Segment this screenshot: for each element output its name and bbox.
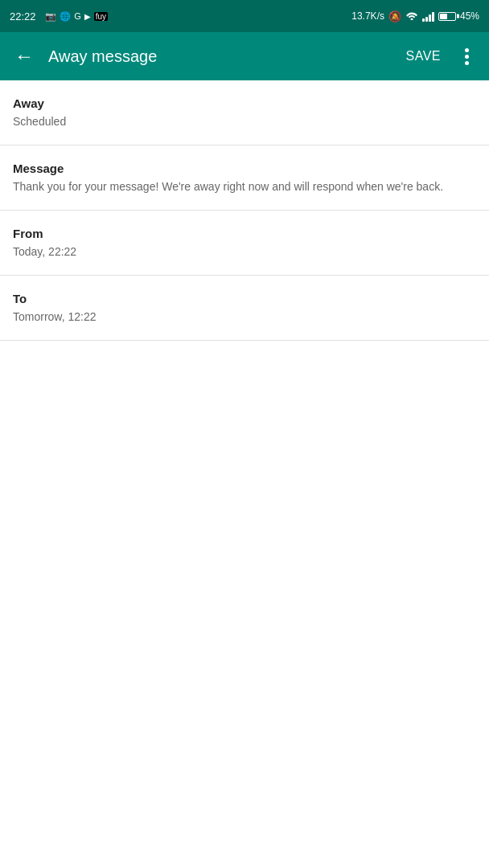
more-options-icon: [465, 48, 469, 65]
signal-icon: [422, 10, 434, 22]
section-away-value: Scheduled: [13, 113, 476, 130]
wifi-icon: [405, 10, 418, 23]
more-options-button[interactable]: [450, 39, 483, 74]
status-bar: 22:22 📷 🌐 G ▶ fuy 13.7K/s 🔕 45%: [0, 0, 489, 32]
mute-icon: 🔕: [388, 10, 401, 23]
section-from-label: From: [13, 227, 476, 240]
app-icon-3: G: [74, 11, 81, 21]
app-icon-2: 🌐: [60, 11, 71, 22]
section-away[interactable]: AwayScheduled: [0, 80, 489, 145]
app-bar: ← Away message SAVE: [0, 32, 489, 80]
network-speed: 13.7K/s: [351, 10, 384, 22]
battery-icon: [438, 12, 456, 21]
save-button[interactable]: SAVE: [397, 49, 451, 63]
page-title: Away message: [42, 47, 397, 66]
status-time: 22:22 📷 🌐 G ▶ fuy: [10, 10, 108, 23]
settings-list: AwayScheduledMessageThank you for your m…: [0, 80, 489, 341]
section-away-label: Away: [13, 96, 476, 110]
section-to[interactable]: ToTomorrow, 12:22: [0, 276, 489, 341]
back-button[interactable]: ←: [6, 39, 42, 74]
section-from[interactable]: FromToday, 22:22: [0, 211, 489, 276]
app-icon-4: ▶: [84, 12, 91, 21]
section-to-value: Tomorrow, 12:22: [13, 309, 476, 326]
battery-text: 45%: [460, 10, 479, 22]
app-icon-5: fuy: [94, 12, 108, 21]
section-message-value: Thank you for your message! We're away r…: [13, 178, 476, 195]
section-message[interactable]: MessageThank you for your message! We're…: [0, 145, 489, 211]
status-indicators: 13.7K/s 🔕 45%: [351, 10, 479, 23]
section-message-label: Message: [13, 162, 476, 175]
time-text: 22:22: [10, 10, 36, 23]
app-icon-1: 📷: [45, 11, 56, 22]
section-from-value: Today, 22:22: [13, 244, 476, 260]
back-arrow-icon: ←: [14, 45, 34, 68]
section-to-label: To: [13, 292, 476, 305]
